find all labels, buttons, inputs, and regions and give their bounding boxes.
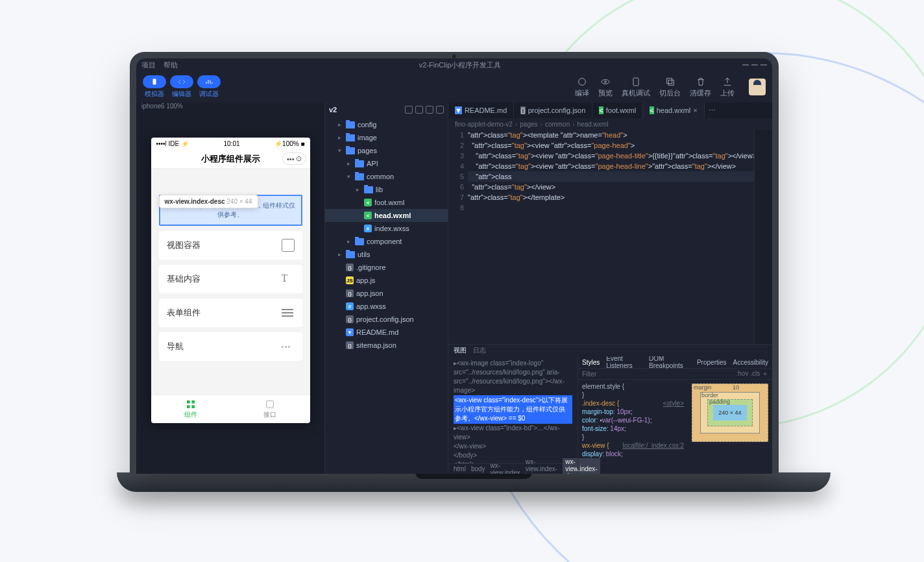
trash-icon: [696, 77, 706, 87]
devtools: 视图 日志 ▸<wx-image class="index-logo" src=…: [448, 344, 772, 474]
box-model: margin 10 border padding 240 × 44: [688, 380, 772, 474]
simulator-pane: iphone6 100% ••••l IDE ⚡ 10:01 ⚡100% ■ 小…: [136, 103, 324, 474]
dt-tab-console[interactable]: 日志: [473, 346, 486, 355]
tool-background[interactable]: 切后台: [659, 77, 681, 98]
mode-debugger[interactable]: 调试器: [197, 75, 221, 99]
new-folder-icon[interactable]: [415, 106, 423, 114]
tree-file[interactable]: <head.wxml: [325, 209, 448, 222]
styles-tabs: Styles Event Listeners DOM Breakpoints P…: [578, 356, 772, 368]
tool-remote[interactable]: 真机调试: [622, 77, 650, 98]
tool-compile[interactable]: 编译: [575, 77, 589, 98]
minimap[interactable]: [754, 130, 772, 344]
subtab-styles[interactable]: Styles: [582, 359, 600, 366]
collapse-icon[interactable]: [436, 106, 444, 114]
svg-rect-4: [633, 78, 638, 86]
svg-rect-8: [191, 400, 195, 404]
menubar: 项目 帮助 v2-FinClip小程序开发工具: [136, 58, 772, 71]
tool-preview[interactable]: 预览: [598, 77, 613, 98]
refresh-icon[interactable]: [426, 106, 433, 114]
tree-folder[interactable]: ▸API: [325, 157, 448, 170]
window-title: v2-FinClip小程序开发工具: [186, 60, 735, 70]
tree-file[interactable]: <foot.wxml: [325, 196, 448, 209]
devtools-tabs: 视图 日志: [448, 345, 772, 356]
styles-filter[interactable]: Filter: [582, 371, 596, 378]
tree-folder[interactable]: ▾common: [325, 170, 448, 183]
mode-editor[interactable]: 编辑器: [170, 75, 193, 99]
ide-window: 项目 帮助 v2-FinClip小程序开发工具 模拟器 编辑器 调试器 编译 预…: [136, 58, 772, 474]
chart-icon: [205, 78, 213, 86]
elements-panel[interactable]: ▸<wx-image class="index-logo" src="../re…: [448, 356, 578, 463]
code-content[interactable]: "attr">class="tag"><template "attr">name…: [468, 130, 754, 344]
svg-rect-0: [153, 79, 156, 85]
phone-preview[interactable]: ••••l IDE ⚡ 10:01 ⚡100% ■ 小程序组件展示 •••⊙ w…: [151, 138, 310, 423]
sim-device-status: iphone6 100%: [136, 103, 324, 114]
tab-foot[interactable]: <foot.wxml: [592, 103, 643, 118]
tree-folder[interactable]: ▾pages: [325, 144, 448, 157]
user-avatar[interactable]: [749, 79, 766, 95]
tab-components[interactable]: 组件: [151, 395, 231, 423]
tree-file[interactable]: {}.gitignore: [325, 261, 448, 274]
tree-file[interactable]: {}sitemap.json: [325, 339, 448, 352]
project-root[interactable]: v2: [329, 106, 337, 114]
elements-breadcrumbs[interactable]: html body wx-view.index wx-view.index-hd…: [448, 463, 578, 474]
tree-file[interactable]: {}app.json: [325, 287, 448, 300]
subtab-listeners[interactable]: Event Listeners: [606, 356, 642, 369]
upload-icon: [722, 77, 733, 87]
tab-projectconfig[interactable]: {}project.config.json: [514, 103, 592, 118]
svg-point-2: [602, 79, 609, 84]
toolbar: 模拟器 编辑器 调试器 编译 预览 真机调试 切后台 清缓存 上传: [136, 71, 772, 103]
category-item[interactable]: 视图容器: [159, 231, 302, 260]
tree-folder[interactable]: ▸component: [325, 235, 448, 248]
tool-cache[interactable]: 清缓存: [690, 77, 711, 98]
tree-file[interactable]: JSapp.js: [325, 274, 448, 287]
line-numbers: 12345678: [448, 130, 468, 344]
breadcrumbs[interactable]: fino-applet-demo-v2› pages› common› head…: [448, 118, 772, 130]
category-item[interactable]: 基础内容T: [159, 265, 302, 293]
styles-rules[interactable]: element.style { } .index-desc {<style> m…: [578, 380, 688, 474]
tree-folder[interactable]: ▸lib: [325, 183, 448, 196]
tab-overflow[interactable]: ⋯: [705, 103, 720, 118]
mode-simulator[interactable]: 模拟器: [143, 75, 166, 99]
tree-folder[interactable]: ▸utils: [325, 248, 448, 261]
editor-pane: ▼README.md {}project.config.json <foot.w…: [448, 103, 772, 474]
editor-tabs: ▼README.md {}project.config.json <foot.w…: [448, 103, 772, 118]
form-icon: [282, 306, 295, 319]
menu-help[interactable]: 帮助: [164, 60, 178, 70]
svg-point-3: [605, 80, 607, 82]
subtab-breakpoints[interactable]: DOM Breakpoints: [649, 356, 690, 369]
svg-rect-11: [267, 401, 274, 408]
window-buttons[interactable]: [742, 64, 767, 66]
text-icon: T: [282, 273, 295, 286]
capsule-button[interactable]: •••⊙: [282, 153, 306, 165]
tab-readme[interactable]: ▼README.md: [448, 103, 514, 118]
inspect-tooltip: wx-view.index-desc 240 × 44: [159, 195, 258, 208]
category-item[interactable]: 导航: [159, 332, 302, 361]
dt-tab-elements[interactable]: 视图: [454, 346, 467, 355]
svg-rect-5: [666, 78, 672, 83]
tree-file[interactable]: #app.wxss: [325, 300, 448, 313]
refresh-icon: [577, 77, 587, 87]
subtab-a11y[interactable]: Accessibility: [733, 359, 768, 366]
tree-folder[interactable]: ▸image: [325, 131, 448, 144]
code-editor[interactable]: 12345678 "attr">class="tag"><template "a…: [448, 130, 772, 344]
menu-project[interactable]: 项目: [141, 60, 156, 70]
tree-file[interactable]: #index.wxss: [325, 222, 448, 235]
api-icon: [265, 399, 275, 409]
subtab-properties[interactable]: Properties: [697, 359, 727, 366]
laptop-frame: 项目 帮助 v2-FinClip小程序开发工具 模拟器 编辑器 调试器 编译 预…: [117, 52, 792, 500]
tree-folder[interactable]: ▸config: [325, 118, 448, 131]
tool-upload[interactable]: 上传: [720, 77, 735, 98]
tab-api[interactable]: 接口: [230, 395, 310, 423]
layers-icon: [665, 77, 675, 87]
tab-head[interactable]: <head.wxml×: [643, 103, 704, 118]
phone-icon: [151, 78, 158, 86]
close-icon[interactable]: ×: [693, 106, 697, 114]
explorer-actions[interactable]: [405, 106, 444, 114]
new-file-icon[interactable]: [405, 106, 413, 114]
selected-node[interactable]: <wx-view class="index-desc">以下将展示小程序官方组件…: [454, 395, 572, 424]
phone-navbar: 小程序组件展示 •••⊙: [151, 149, 310, 169]
tree-file[interactable]: ▼README.md: [325, 326, 448, 339]
hov-toggle[interactable]: :hov .cls ＋: [736, 369, 768, 378]
tree-file[interactable]: {}project.config.json: [325, 313, 448, 326]
category-item[interactable]: 表单组件: [159, 299, 302, 327]
